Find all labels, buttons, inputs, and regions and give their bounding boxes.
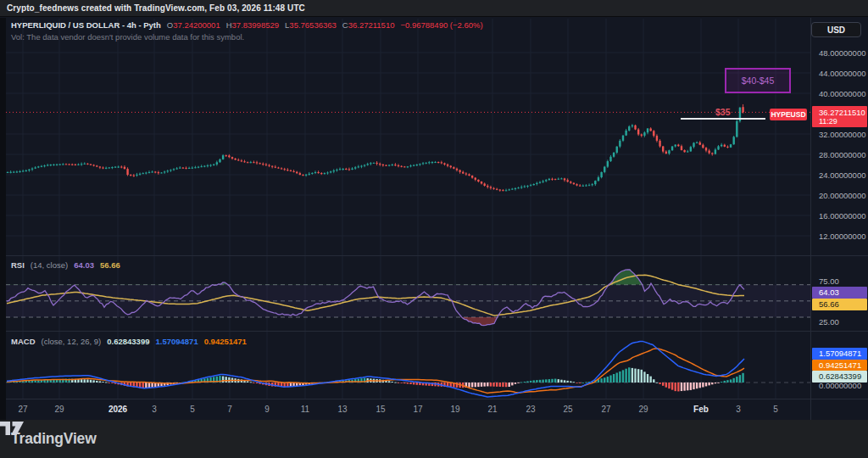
tradingview-snapshot: Crypto_feednews created with TradingView… <box>0 0 868 458</box>
rsi-value: 64.03 <box>74 260 94 270</box>
time-tick-label: 29 <box>638 405 648 414</box>
time-tick-label: 29 <box>54 405 64 414</box>
time-tick-label: 27 <box>601 405 610 414</box>
time-tick-label: 7 <box>227 405 232 414</box>
macd-legend[interactable]: MACD (close, 12, 26, 9) 0.62843399 1.570… <box>11 337 247 346</box>
ohlc-high: H37.83998529 <box>226 20 279 30</box>
macd-hist-value: 0.62843399 <box>107 337 149 346</box>
symbol-price-tag-wrap: HYPEUSD <box>770 109 807 120</box>
time-tick-label: 9 <box>264 405 270 414</box>
price-tick-label: 32.00000000 <box>819 130 865 139</box>
volume-note: Vol: The data vendor doesn't provide vol… <box>11 32 244 42</box>
tradingview-wordmark[interactable]: TradingView <box>11 430 97 448</box>
ohlc-low: L35.76536363 <box>285 20 337 30</box>
chart-area[interactable]: HYPERLIQUID / US DOLLAR - 4h - Pyth O37.… <box>0 18 868 420</box>
time-tick-label: 17 <box>413 405 422 414</box>
footer-bar: TradingView <box>0 420 868 458</box>
chart-left-padding <box>0 18 6 420</box>
ohlc-close: C36.27211510 <box>342 20 395 30</box>
attribution-bar: Crypto_feednews created with TradingView… <box>0 0 868 17</box>
tradingview-logo-icon[interactable] <box>0 420 24 437</box>
time-tick-label: 3 <box>152 405 157 414</box>
price-tick-label: 44.00000000 <box>819 69 865 78</box>
rsi-lower-tick: 25.00 <box>819 316 839 326</box>
time-tick-label: 2026 <box>108 405 127 414</box>
rsi-ma-value: 56.66 <box>100 260 120 270</box>
price-tick-label: 12.00000000 <box>819 232 865 241</box>
last-price-value: 36.27211510 <box>819 108 867 117</box>
price-tick-label: 16.00000000 <box>819 211 865 221</box>
currency-toggle-button[interactable]: USD <box>811 22 861 37</box>
time-tick-label: 13 <box>337 405 347 414</box>
time-tick-label: 3 <box>736 405 741 414</box>
symbol-legend[interactable]: HYPERLIQUID / US DOLLAR - 4h - Pyth O37.… <box>11 20 483 30</box>
time-tick-label: 27 <box>18 405 27 414</box>
price-tick-label: 48.00000000 <box>819 48 865 58</box>
time-tick-label: 21 <box>487 405 497 414</box>
rsi-ma-badge: 56.66 <box>812 299 867 310</box>
macd-signal-value: 0.94251471 <box>204 337 247 346</box>
price-tick-label: 20.00000000 <box>819 191 865 200</box>
rsi-title[interactable]: RSI <box>11 260 25 270</box>
rsi-value-badge: 64.03 <box>812 287 867 299</box>
support-level-label[interactable]: $35 <box>715 107 731 117</box>
macd-hist-badge: 0.62843399 <box>812 371 867 383</box>
ohlc-open: O37.24200001 <box>167 20 220 30</box>
price-tick-label: 24.00000000 <box>819 170 865 180</box>
macd-line-value: 1.57094871 <box>155 337 198 346</box>
price-tick-label: 40.00000000 <box>819 89 865 98</box>
attribution-text: Crypto_feednews created with TradingView… <box>7 3 305 13</box>
bar-countdown: 11:29 <box>819 117 867 126</box>
symbol-price-tag: HYPEUSD <box>770 109 807 120</box>
macd-params: (close, 12, 26, 9) <box>42 337 102 346</box>
time-tick-label: Feb <box>693 405 709 414</box>
macd-title[interactable]: MACD <box>11 337 36 346</box>
last-price-badge: 36.27211510 11:29 <box>812 106 867 127</box>
time-tick-label: 25 <box>563 405 572 414</box>
ohlc-change: −0.96788490 (−2.60%) <box>400 20 482 30</box>
time-tick-label: 11 <box>301 405 309 414</box>
time-tick-label: 15 <box>376 405 385 414</box>
resistance-zone-label: $40-$45 <box>742 75 775 86</box>
macd-histogram <box>7 367 744 391</box>
time-tick-label: 5 <box>190 405 195 414</box>
rsi-legend[interactable]: RSI (14, close) 64.03 56.66 <box>11 260 120 270</box>
macd-value-badge: 1.57094871 <box>812 348 867 360</box>
rsi-upper-tick: 75.00 <box>819 276 839 285</box>
rsi-params: (14, close) <box>31 260 68 270</box>
price-tick-label: 28.00000000 <box>819 150 865 159</box>
time-tick-label: 5 <box>773 405 778 414</box>
time-tick-label: 23 <box>526 405 535 414</box>
resistance-zone-annotation[interactable]: $40-$45 <box>725 68 791 93</box>
macd-signal-badge: 0.94251471 <box>812 360 867 371</box>
candlestick-series <box>7 104 744 192</box>
time-tick-label: 19 <box>450 405 459 414</box>
symbol-title[interactable]: HYPERLIQUID / US DOLLAR - 4h - Pyth <box>11 20 161 30</box>
